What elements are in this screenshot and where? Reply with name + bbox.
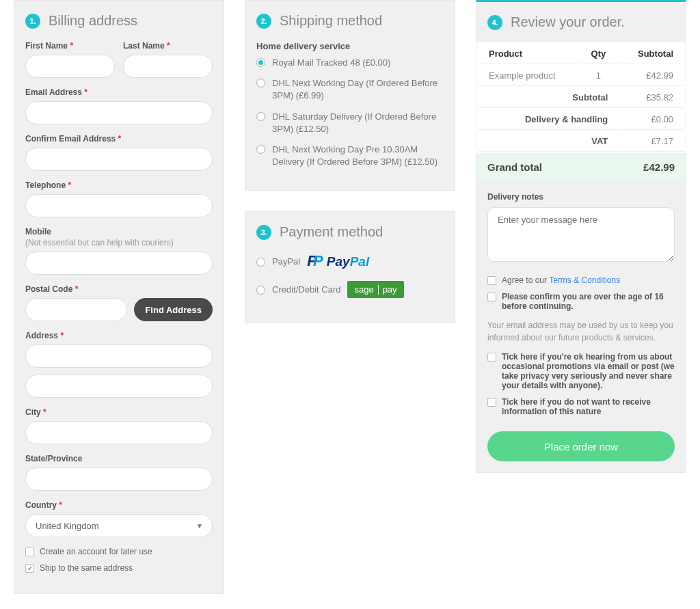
- grand-total-value: £42.99: [643, 161, 675, 173]
- ship-same-row[interactable]: Ship to the same address: [25, 563, 213, 573]
- shipping-header: 2. Shipping method: [245, 1, 455, 41]
- step-badge-2: 2.: [256, 14, 271, 29]
- col-qty: Qty: [578, 44, 619, 64]
- email-disclaimer: Your email address may be used by us to …: [487, 319, 675, 344]
- col-subtotal: Subtotal: [620, 44, 684, 64]
- agree-text: Agree to our: [502, 275, 549, 285]
- item-subtotal: £42.99: [620, 66, 684, 86]
- agree-terms-checkbox[interactable]: [487, 276, 496, 285]
- billing-panel: 1. Billing address First Name * Last Nam…: [14, 0, 224, 594]
- sagepay-logo-icon: sagepay: [347, 281, 403, 298]
- age-confirm-row[interactable]: Please confirm you are over the age of 1…: [487, 292, 675, 311]
- payment-option-card[interactable]: Credit/Debit Card sagepay: [256, 281, 444, 298]
- shipping-option-label: DHL Next Working Day (If Ordered Before …: [272, 77, 444, 102]
- address-label: Address *: [25, 331, 213, 340]
- step-badge-3: 3.: [256, 225, 271, 240]
- grand-total-label: Grand total: [487, 161, 542, 173]
- order-summary-table: Product Qty Subtotal Example product 1 £…: [476, 42, 686, 153]
- vat-row: VAT £7.17: [478, 131, 684, 152]
- paypal-logo-icon: PP PayPal: [307, 252, 369, 270]
- review-header: 4. Review your order.: [476, 2, 686, 42]
- payment-option-paypal[interactable]: PayPal PP PayPal: [256, 252, 444, 270]
- grand-total-row: Grand total £42.99: [476, 153, 686, 181]
- subtotal-value: £35.82: [620, 87, 684, 108]
- first-name-input[interactable]: [25, 55, 115, 78]
- shipping-title: Shipping method: [280, 13, 382, 29]
- last-name-label: Last Name *: [123, 41, 213, 51]
- find-address-button[interactable]: Find Address: [134, 298, 213, 321]
- last-name-input[interactable]: [123, 55, 213, 78]
- marketing-optout-label: Tick here if you do not want to receive …: [502, 397, 675, 416]
- billing-header: 1. Billing address: [14, 1, 224, 41]
- first-name-label: First Name *: [25, 41, 115, 51]
- step-badge-4: 4.: [487, 15, 502, 30]
- city-label: City *: [25, 407, 213, 417]
- email-input[interactable]: [25, 101, 213, 124]
- billing-title: Billing address: [49, 13, 137, 29]
- delivery-notes-textarea[interactable]: [487, 207, 675, 262]
- payment-radio[interactable]: [256, 286, 265, 295]
- marketing-optin-checkbox[interactable]: [487, 353, 496, 362]
- delivery-row: Delivery & handling £0.00: [478, 109, 684, 130]
- item-name: Example product: [478, 66, 576, 86]
- payment-panel: 3. Payment method PayPal PP PayPal Credi…: [245, 211, 455, 323]
- shipping-option-royal-mail[interactable]: Royal Mail Tracked 48 (£0.00): [256, 57, 444, 69]
- state-input[interactable]: [25, 468, 213, 491]
- terms-link[interactable]: Terms & Conditions: [549, 275, 620, 285]
- mobile-label: Mobile: [25, 227, 213, 236]
- delivery-value: £0.00: [620, 109, 684, 130]
- col-product: Product: [478, 44, 576, 64]
- card-label: Credit/Debit Card: [272, 284, 340, 295]
- marketing-optin-row[interactable]: Tick here if you're ok hearing from us a…: [487, 352, 675, 390]
- shipping-option-dhl-nextday[interactable]: DHL Next Working Day (If Ordered Before …: [256, 77, 444, 102]
- address-line2-input[interactable]: [25, 375, 213, 398]
- create-account-label: Create an account for later use: [40, 547, 152, 556]
- ship-same-checkbox[interactable]: [25, 564, 34, 573]
- mobile-input[interactable]: [25, 252, 213, 275]
- shipping-radio[interactable]: [256, 145, 265, 154]
- shipping-panel: 2. Shipping method Home delivery service…: [245, 0, 455, 191]
- shipping-option-dhl-pre1030[interactable]: DHL Next Working Day Pre 10.30AM Deliver…: [256, 144, 444, 168]
- shipping-group-title: Home delivery service: [256, 41, 444, 51]
- telephone-input[interactable]: [25, 194, 213, 217]
- create-account-row[interactable]: Create an account for later use: [25, 547, 213, 556]
- postal-label: Postal Code *: [25, 284, 213, 294]
- agree-terms-row[interactable]: Agree to our Terms & Conditions: [487, 275, 675, 285]
- shipping-option-label: DHL Saturday Delivery (If Ordered Before…: [272, 111, 444, 135]
- delivery-notes-label: Delivery notes: [487, 192, 675, 202]
- delivery-label: Delivery & handling: [478, 109, 619, 130]
- payment-header: 3. Payment method: [245, 212, 455, 252]
- table-header-row: Product Qty Subtotal: [478, 44, 684, 64]
- country-label: Country *: [25, 500, 213, 510]
- confirm-email-label: Confirm Email Address *: [25, 134, 213, 144]
- country-select[interactable]: [25, 514, 213, 537]
- marketing-optout-row[interactable]: Tick here if you do not want to receive …: [487, 397, 675, 416]
- place-order-button[interactable]: Place order now: [487, 431, 675, 461]
- payment-radio[interactable]: [256, 258, 265, 267]
- postal-input[interactable]: [25, 298, 127, 321]
- shipping-radio[interactable]: [256, 58, 265, 67]
- review-panel: 4. Review your order. Product Qty Subtot…: [476, 0, 686, 473]
- mobile-hint: (Not essential but can help with courier…: [25, 238, 213, 247]
- subtotal-row: Subtotal £35.82: [478, 87, 684, 108]
- confirm-email-input[interactable]: [25, 148, 213, 171]
- subtotal-label: Subtotal: [478, 87, 619, 108]
- table-row: Example product 1 £42.99: [478, 66, 684, 86]
- shipping-radio[interactable]: [256, 79, 265, 87]
- shipping-option-dhl-saturday[interactable]: DHL Saturday Delivery (If Ordered Before…: [256, 111, 444, 135]
- shipping-option-label: Royal Mail Tracked 48 (£0.00): [272, 57, 390, 69]
- vat-label: VAT: [478, 131, 619, 152]
- payment-title: Payment method: [280, 224, 383, 240]
- ship-same-label: Ship to the same address: [40, 563, 133, 573]
- address-line1-input[interactable]: [25, 344, 213, 368]
- create-account-checkbox[interactable]: [25, 547, 34, 556]
- paypal-label: PayPal: [272, 256, 300, 267]
- telephone-label: Telephone *: [25, 180, 213, 190]
- shipping-radio[interactable]: [256, 112, 265, 121]
- state-label: State/Province: [25, 454, 213, 463]
- review-title: Review your order.: [511, 14, 625, 30]
- email-label: Email Address *: [25, 87, 213, 97]
- marketing-optout-checkbox[interactable]: [487, 398, 496, 407]
- age-confirm-checkbox[interactable]: [487, 293, 496, 301]
- city-input[interactable]: [25, 421, 213, 444]
